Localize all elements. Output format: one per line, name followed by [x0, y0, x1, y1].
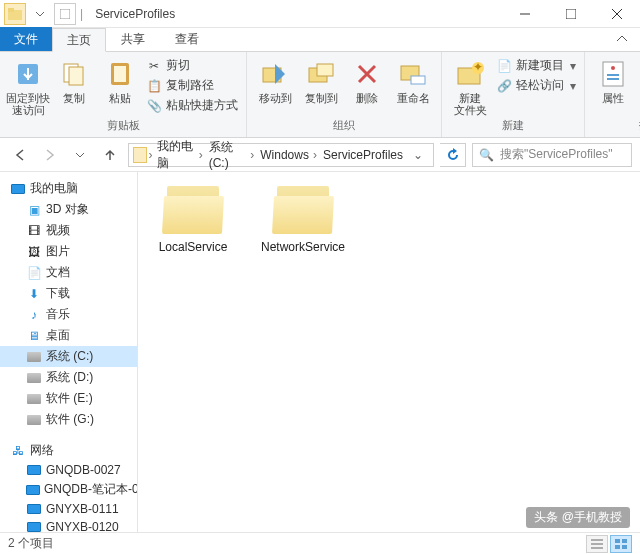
- breadcrumb-segment[interactable]: Windows›: [258, 148, 319, 162]
- tree-downloads[interactable]: ⬇下载: [0, 283, 137, 304]
- svg-rect-22: [607, 74, 619, 76]
- svg-rect-11: [114, 66, 126, 82]
- properties-icon[interactable]: [54, 3, 76, 25]
- folder-icon: [273, 186, 333, 234]
- tree-documents[interactable]: 📄文档: [0, 262, 137, 283]
- up-button[interactable]: [98, 143, 122, 167]
- recent-dropdown[interactable]: [68, 143, 92, 167]
- tree-system-c[interactable]: 系统 (C:): [0, 346, 137, 367]
- delete-button[interactable]: 删除: [345, 56, 389, 106]
- search-icon: 🔍: [479, 148, 494, 162]
- tree-system-d[interactable]: 系统 (D:): [0, 367, 137, 388]
- tree-net-item[interactable]: GNQDB-笔记本-03: [0, 479, 137, 500]
- status-count: 2 个项目: [8, 535, 54, 552]
- svg-rect-28: [622, 539, 627, 543]
- ribbon: 固定到快 速访问 复制 粘贴 ✂剪切 📋复制路径 📎粘贴快捷方式 剪贴板 移动到: [0, 52, 640, 138]
- paste-shortcut-button[interactable]: 📎粘贴快捷方式: [144, 96, 240, 115]
- tree-soft-g[interactable]: 软件 (G:): [0, 409, 137, 430]
- tab-view[interactable]: 查看: [160, 27, 214, 51]
- breadcrumb-segment[interactable]: 系统 (C:)›: [207, 139, 257, 170]
- svg-rect-27: [615, 539, 620, 543]
- tree-videos[interactable]: 🎞视频: [0, 220, 137, 241]
- close-button[interactable]: [594, 0, 640, 28]
- svg-text:✦: ✦: [473, 60, 483, 74]
- folder-item[interactable]: NetworkService: [258, 186, 348, 254]
- file-list[interactable]: LocalService NetworkService: [138, 172, 640, 532]
- navigation-tree[interactable]: 我的电脑 ▣3D 对象 🎞视频 🖼图片 📄文档 ⬇下载 ♪音乐 🖥桌面 系统 (…: [0, 172, 138, 532]
- folder-icon: [133, 147, 147, 163]
- watermark: 头条 @手机教授: [526, 507, 630, 528]
- tree-mycomputer[interactable]: 我的电脑: [0, 178, 137, 199]
- view-icons-button[interactable]: [610, 535, 632, 553]
- copy-button[interactable]: 复制: [52, 56, 96, 106]
- rename-button[interactable]: 重命名: [391, 56, 435, 106]
- new-folder-button[interactable]: ✦ 新建 文件夹: [448, 56, 492, 118]
- breadcrumb-segment[interactable]: ServiceProfiles: [321, 148, 405, 162]
- tree-3dobjects[interactable]: ▣3D 对象: [0, 199, 137, 220]
- tree-net-item[interactable]: GNYXB-0111: [0, 500, 137, 518]
- copy-to-button[interactable]: 复制到: [299, 56, 343, 106]
- minimize-button[interactable]: [502, 0, 548, 28]
- tree-net-item[interactable]: GNQDB-0027: [0, 461, 137, 479]
- ribbon-collapse[interactable]: [610, 27, 634, 51]
- back-button[interactable]: [8, 143, 32, 167]
- tree-net-item[interactable]: GNYXB-0120: [0, 518, 137, 532]
- qat-dropdown[interactable]: [28, 2, 52, 26]
- svg-rect-4: [566, 9, 576, 19]
- tab-file[interactable]: 文件: [0, 27, 52, 51]
- tree-desktop[interactable]: 🖥桌面: [0, 325, 137, 346]
- paste-button[interactable]: 粘贴: [98, 56, 142, 106]
- svg-rect-2: [60, 9, 70, 19]
- properties-button[interactable]: 属性: [591, 56, 635, 106]
- tree-network[interactable]: 🖧网络: [0, 440, 137, 461]
- tab-share[interactable]: 共享: [106, 27, 160, 51]
- svg-rect-23: [607, 78, 619, 80]
- folder-icon: [163, 186, 223, 234]
- breadcrumb-dropdown[interactable]: ⌄: [407, 148, 429, 162]
- folder-item[interactable]: LocalService: [148, 186, 238, 254]
- tree-music[interactable]: ♪音乐: [0, 304, 137, 325]
- tree-soft-e[interactable]: 软件 (E:): [0, 388, 137, 409]
- svg-rect-9: [69, 67, 83, 85]
- svg-rect-1: [8, 8, 14, 12]
- forward-button[interactable]: [38, 143, 62, 167]
- refresh-button[interactable]: [440, 143, 466, 167]
- svg-rect-29: [615, 545, 620, 549]
- folder-icon: [4, 3, 26, 25]
- tab-home[interactable]: 主页: [52, 28, 106, 52]
- move-to-button[interactable]: 移动到: [253, 56, 297, 106]
- svg-point-21: [611, 66, 615, 70]
- svg-rect-30: [622, 545, 627, 549]
- pin-to-quickaccess-button[interactable]: 固定到快 速访问: [6, 56, 50, 118]
- easy-access-button[interactable]: 🔗轻松访问▾: [494, 76, 578, 95]
- window-title: ServiceProfiles: [95, 7, 175, 21]
- copy-path-button[interactable]: 📋复制路径: [144, 76, 240, 95]
- view-details-button[interactable]: [586, 535, 608, 553]
- cut-button[interactable]: ✂剪切: [144, 56, 240, 75]
- tree-pictures[interactable]: 🖼图片: [0, 241, 137, 262]
- search-input[interactable]: 🔍 搜索"ServiceProfiles": [472, 143, 632, 167]
- maximize-button[interactable]: [548, 0, 594, 28]
- breadcrumb[interactable]: › 我的电脑› 系统 (C:)› Windows› ServiceProfile…: [128, 143, 434, 167]
- svg-rect-14: [317, 64, 333, 76]
- new-item-button[interactable]: 📄新建项目▾: [494, 56, 578, 75]
- svg-rect-16: [411, 76, 425, 84]
- breadcrumb-segment[interactable]: 我的电脑›: [155, 138, 205, 172]
